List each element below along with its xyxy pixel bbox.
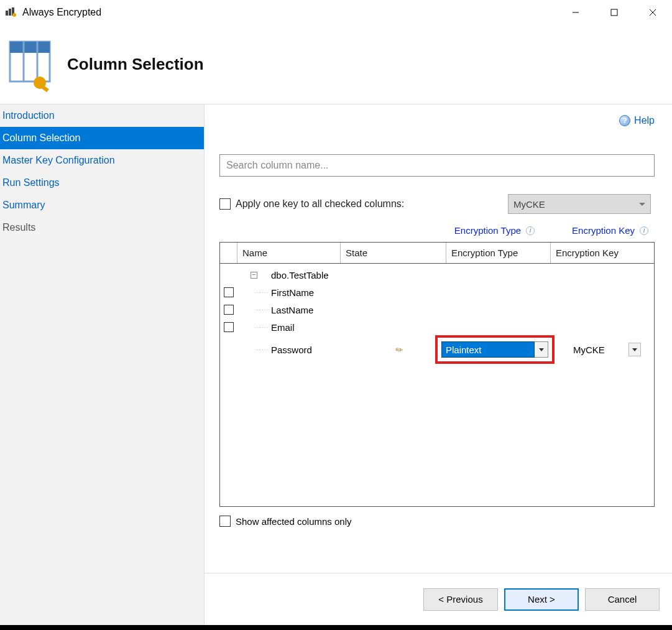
legend-encryption-type[interactable]: Encryption Type i	[454, 225, 535, 236]
encryption-type-value: Plaintext	[446, 345, 482, 355]
encryption-key-value: MyCKE	[571, 345, 607, 355]
nav-item-introduction[interactable]: Introduction	[0, 104, 204, 127]
show-affected-only-label: Show affected columns only	[236, 516, 352, 527]
column-row: ⋯⋯ Email	[220, 318, 654, 336]
svg-rect-9	[10, 42, 50, 53]
grid-header-encryption-type[interactable]: Encryption Type	[446, 243, 551, 263]
wizard-nav-sidebar: Introduction Column Selection Master Key…	[0, 104, 205, 625]
nav-item-column-selection[interactable]: Column Selection	[0, 127, 204, 149]
apply-one-key-checkbox[interactable]	[219, 198, 231, 210]
apply-one-key-value: MyCKE	[513, 199, 545, 210]
chevron-down-icon	[639, 203, 645, 206]
tree-branch-icon: ⋯⋯	[249, 346, 269, 353]
nav-item-run-settings[interactable]: Run Settings	[0, 172, 204, 194]
tree-branch-icon: ⋯⋯	[249, 289, 269, 296]
svg-point-3	[12, 13, 16, 17]
svg-rect-1	[9, 9, 11, 16]
grid-header-state[interactable]: State	[341, 243, 446, 263]
encryption-type-dropdown-button[interactable]	[535, 341, 548, 358]
chevron-down-icon	[539, 348, 544, 351]
next-button[interactable]: Next >	[504, 588, 579, 611]
encryption-type-highlight: Plaintext	[435, 335, 555, 364]
column-row: ⋯⋯ FirstName	[220, 284, 654, 301]
window-title: Always Encrypted	[22, 7, 101, 18]
column-name: Email	[271, 322, 395, 333]
info-icon: i	[640, 226, 648, 235]
app-icon	[5, 6, 17, 19]
window-minimize-button[interactable]	[556, 0, 595, 25]
apply-one-key-label: Apply one key to all checked columns:	[236, 198, 404, 210]
nav-item-master-key-configuration[interactable]: Master Key Configuration	[0, 149, 204, 172]
wizard-header-icon	[6, 37, 56, 93]
window-titlebar: Always Encrypted	[0, 0, 672, 25]
column-row: ⋯⋯ LastName	[220, 301, 654, 318]
column-name: LastName	[271, 305, 395, 315]
wizard-footer: < Previous Next > Cancel	[205, 573, 672, 625]
window-bottom-border	[0, 625, 672, 630]
encryption-type-select[interactable]: Plaintext	[441, 341, 535, 358]
chevron-down-icon	[632, 348, 637, 351]
show-affected-only-checkbox[interactable]	[219, 516, 231, 527]
help-link[interactable]: ? Help	[619, 115, 655, 126]
previous-button[interactable]: < Previous	[423, 588, 498, 611]
column-name: Password	[271, 345, 395, 355]
grid-header-encryption-key[interactable]: Encryption Key	[551, 243, 654, 263]
column-row: ⋯⋯ Password ✎ Plaintext	[220, 336, 654, 363]
page-title: Column Selection	[67, 55, 204, 74]
search-column-input[interactable]	[219, 154, 655, 177]
nav-item-results: Results	[0, 216, 204, 239]
pencil-icon: ✎	[393, 343, 405, 356]
columns-grid: Name State Encryption Type Encryption Ke…	[219, 242, 655, 507]
wizard-header: Column Selection	[0, 25, 672, 104]
encryption-key-select[interactable]: MyCKE	[571, 343, 641, 356]
legend-encryption-key[interactable]: Encryption Key i	[572, 225, 648, 236]
column-checkbox-firstname[interactable]	[224, 287, 234, 297]
svg-rect-0	[6, 11, 8, 16]
encryption-key-dropdown-button[interactable]	[628, 343, 641, 356]
help-link-label: Help	[634, 115, 655, 126]
info-icon: i	[526, 226, 535, 235]
tree-branch-icon: ⋯⋯	[249, 307, 269, 313]
window-maximize-button[interactable]	[595, 0, 633, 25]
window-close-button[interactable]	[633, 0, 672, 25]
wizard-main-panel: ? Help Apply one key to all checked colu…	[205, 104, 672, 625]
nav-item-summary[interactable]: Summary	[0, 194, 204, 216]
column-name: FirstName	[271, 287, 395, 298]
svg-rect-5	[611, 9, 617, 16]
column-checkbox-lastname[interactable]	[224, 305, 234, 315]
tree-collapse-icon[interactable]: −	[251, 272, 257, 279]
help-icon: ?	[619, 115, 630, 126]
tree-branch-icon: ⋯⋯	[249, 324, 269, 331]
cancel-button[interactable]: Cancel	[585, 588, 660, 611]
apply-one-key-select[interactable]: MyCKE	[508, 194, 651, 214]
grid-header-name[interactable]: Name	[237, 243, 341, 263]
column-checkbox-email[interactable]	[224, 322, 234, 332]
tree-table-name: dbo.TestTable	[271, 270, 395, 280]
columns-grid-header: Name State Encryption Type Encryption Ke…	[220, 243, 654, 264]
tree-table-node[interactable]: − dbo.TestTable	[220, 266, 654, 284]
